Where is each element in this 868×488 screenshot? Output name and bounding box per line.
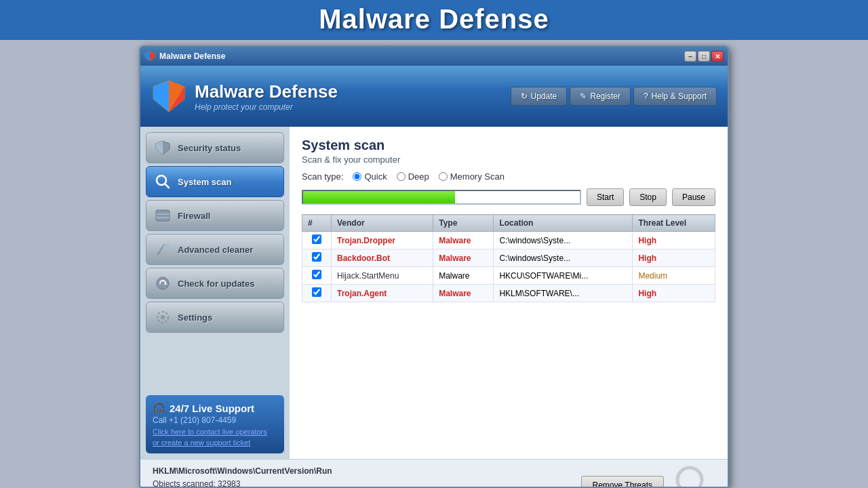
deep-scan-radio[interactable]: [397, 172, 406, 181]
table-row: Trojan.Dropper Malware C:\windows\Syste.…: [302, 232, 715, 249]
sidebar-item-advanced-cleaner[interactable]: Advanced cleaner: [146, 234, 284, 265]
row-location: HKCU\SOFTWARE\Mi...: [494, 267, 633, 285]
title-bar-left: Malware Defense: [144, 51, 225, 62]
row-vendor: Trojan.Dropper: [331, 232, 433, 249]
progress-row: Start Stop Pause: [302, 188, 715, 206]
deep-scan-label[interactable]: Deep: [397, 171, 429, 182]
row-checkbox-1[interactable]: [312, 252, 321, 262]
app-logo-shield: [151, 79, 186, 114]
live-support-link2[interactable]: or create a new support ticket: [153, 439, 277, 447]
live-support-banner[interactable]: 🎧 24/7 Live Support Call +1 (210) 807-44…: [146, 395, 284, 453]
scan-type-label: Scan type:: [302, 171, 343, 182]
row-type: Malware: [433, 249, 494, 267]
update-button[interactable]: ↻ Update: [511, 87, 568, 106]
table-row: Trojan.Agent Malware HKLM\SOFTWARE\... H…: [302, 285, 715, 302]
close-button[interactable]: ✕: [711, 51, 724, 62]
live-support-title: 🎧 24/7 Live Support: [153, 402, 277, 414]
app-header-left: Malware Defense Help protect your comput…: [151, 79, 338, 114]
col-header-type: Type: [433, 215, 494, 232]
svg-line-14: [158, 245, 164, 254]
col-header-check: #: [302, 215, 332, 232]
register-button[interactable]: ✎ Register: [570, 87, 631, 106]
sidebar-settings-label: Settings: [178, 312, 212, 323]
sidebar-item-firewall[interactable]: Firewall: [146, 200, 284, 231]
row-location: HKLM\SOFTWARE\...: [494, 285, 633, 302]
results-table: # Vendor Type Location Threat Level Troj…: [302, 214, 715, 302]
app-header: Malware Defense Help protect your comput…: [140, 66, 728, 127]
section-subtitle: Scan & fix your computer: [302, 155, 715, 165]
status-info: HKLM\Microsoft\Windows\CurrentVersion\Ru…: [153, 465, 332, 488]
row-threat-level: High: [633, 285, 715, 302]
row-checkbox-3[interactable]: [312, 287, 321, 297]
firewall-icon: [153, 206, 172, 225]
memory-scan-radio[interactable]: [439, 172, 448, 181]
svg-marker-2: [150, 52, 155, 61]
quick-scan-text: Quick: [364, 171, 387, 182]
sidebar-check-updates-label: Check for updates: [178, 279, 254, 289]
col-header-location: Location: [494, 215, 633, 232]
row-vendor: Backdoor.Bot: [331, 249, 433, 267]
remove-threats-button[interactable]: Remove Threats: [581, 476, 664, 488]
page-title-bar: Malware Defense: [0, 0, 868, 40]
quick-scan-label[interactable]: Quick: [353, 171, 387, 182]
maximize-button[interactable]: □: [698, 51, 710, 62]
objects-scanned: Objects scanned: 32983: [153, 478, 332, 488]
col-header-vendor: Vendor: [331, 215, 433, 232]
row-type: Malware: [433, 285, 494, 302]
help-icon: ?: [644, 92, 648, 101]
app-name: Malware Defense: [195, 81, 338, 102]
registry-path: HKLM\Microsoft\Windows\CurrentVersion\Ru…: [153, 465, 332, 478]
minimize-button[interactable]: –: [684, 51, 696, 62]
system-scan-icon: [153, 172, 172, 191]
sidebar-item-check-updates[interactable]: Check for updates: [146, 268, 284, 299]
app-title-icon: [144, 51, 155, 62]
svg-point-16: [157, 277, 169, 289]
security-status-icon: [153, 138, 172, 157]
title-bar: Malware Defense – □ ✕: [140, 47, 728, 66]
sidebar-system-scan-label: System scan: [178, 177, 232, 187]
pause-button[interactable]: Pause: [672, 188, 715, 206]
row-threat-level: High: [633, 249, 715, 267]
app-tagline: Help protect your computer: [195, 102, 338, 112]
memory-scan-label[interactable]: Memory Scan: [439, 171, 505, 182]
row-check-cell[interactable]: [302, 285, 332, 302]
app-body: Security status System scan: [140, 127, 728, 459]
register-icon: ✎: [580, 92, 587, 101]
row-check-cell[interactable]: [302, 249, 332, 267]
quick-scan-radio[interactable]: [353, 172, 361, 181]
app-title-area: Malware Defense Help protect your comput…: [195, 81, 338, 112]
advanced-cleaner-icon: [153, 240, 172, 259]
row-threat-level: High: [633, 232, 715, 249]
progress-bar-outer: [302, 190, 581, 205]
row-location: C:\windows\Syste...: [494, 249, 633, 267]
row-type: Malware: [433, 267, 494, 285]
table-row: Hijack.StartMenu Malware HKCU\SOFTWARE\M…: [302, 267, 715, 285]
section-title: System scan: [302, 138, 715, 153]
row-checkbox-0[interactable]: [312, 235, 321, 244]
svg-marker-4: [153, 81, 169, 112]
sidebar-advanced-cleaner-label: Advanced cleaner: [178, 245, 253, 255]
row-check-cell[interactable]: [302, 232, 332, 249]
sidebar-item-security-status[interactable]: Security status: [146, 132, 284, 163]
magnifier-icon: [675, 465, 715, 488]
row-check-cell[interactable]: [302, 267, 332, 285]
main-content: System scan Scan & fix your computer Sca…: [290, 127, 728, 459]
update-icon: ↻: [521, 92, 528, 101]
start-button[interactable]: Start: [587, 188, 624, 206]
title-bar-text: Malware Defense: [159, 52, 225, 61]
sidebar-item-system-scan[interactable]: System scan: [146, 166, 284, 197]
sidebar-security-status-label: Security status: [178, 143, 241, 153]
progress-bar-inner: [303, 191, 455, 203]
live-support-link1[interactable]: Click here to contact live operators: [153, 428, 277, 436]
sidebar-item-settings[interactable]: Settings: [146, 302, 284, 333]
live-support-phone: Call +1 (210) 807-4459: [153, 415, 277, 425]
row-checkbox-2[interactable]: [312, 270, 321, 279]
register-label: Register: [590, 92, 620, 101]
stop-button[interactable]: Stop: [629, 188, 667, 206]
svg-point-15: [162, 243, 170, 249]
row-vendor: Trojan.Agent: [331, 285, 433, 302]
help-button[interactable]: ? Help & Support: [633, 87, 717, 106]
svg-point-18: [161, 315, 165, 319]
table-row: Backdoor.Bot Malware C:\windows\Syste...…: [302, 249, 715, 267]
main-window: Malware Defense – □ ✕ Malware Defense He…: [139, 45, 729, 488]
